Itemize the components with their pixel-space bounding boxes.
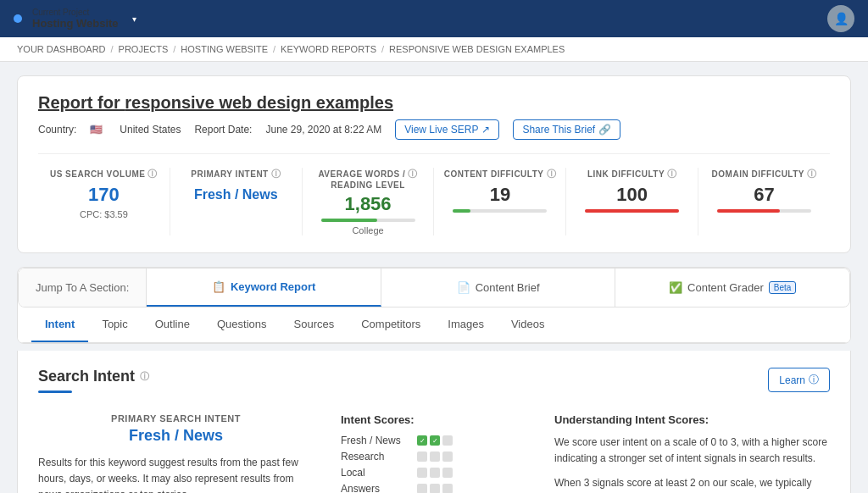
section-nav-bar: Jump To A Section: 📋 Keyword Report 📄 Co…: [18, 268, 850, 307]
intent-scores-heading: Intent Scores:: [341, 413, 527, 426]
search-volume-value: 170: [45, 184, 163, 206]
project-label: Current Project Hosting Website: [32, 8, 119, 30]
link-difficulty-value: 100: [573, 184, 691, 206]
score-box: ✓: [417, 435, 427, 446]
sub-tab-images[interactable]: Images: [434, 307, 498, 342]
info-icon-2: ⓘ: [271, 168, 281, 180]
top-navigation: Current Project Hosting Website ▾ 👤: [0, 0, 868, 37]
info-icon: ⓘ: [147, 168, 158, 180]
view-live-serp-button[interactable]: View Live SERP ↗: [395, 119, 499, 140]
understanding-text-2: When 3 signals score at least 2 on our s…: [554, 475, 830, 493]
sub-tab-videos[interactable]: Videos: [498, 307, 559, 342]
score-box: [442, 468, 453, 478]
score-box: [430, 468, 440, 478]
tab-keyword-report[interactable]: 📋 Keyword Report: [147, 269, 381, 307]
date-value: June 29, 2020 at 8:22 AM: [265, 124, 381, 136]
search-intent-section: Search Intent ⓘ Learn ⓘ PRIMARY SEARCH I…: [17, 351, 851, 493]
jump-to-label: Jump To A Section:: [19, 269, 147, 307]
project-dropdown-icon[interactable]: ▾: [132, 14, 136, 24]
score-box: [442, 451, 453, 462]
info-icon-5: ⓘ: [667, 168, 677, 180]
info-icon-4: ⓘ: [547, 168, 557, 180]
beta-badge: Beta: [769, 281, 797, 294]
content-difficulty-value: 19: [441, 184, 559, 206]
avg-words-value: 1,856: [309, 193, 427, 215]
breadcrumb-projects[interactable]: PROJECTS: [119, 44, 169, 54]
score-box: [442, 435, 453, 446]
report-meta: Country: 🇺🇸 United States Report Date: J…: [38, 119, 830, 140]
info-icon-3: ⓘ: [408, 168, 418, 180]
metric-primary-intent: PRIMARY INTENT ⓘ Fresh / News: [170, 168, 303, 235]
score-box: [430, 451, 440, 462]
avatar-icon: 👤: [834, 12, 849, 25]
score-box: [417, 451, 427, 462]
project-name-label: Hosting Website: [32, 17, 119, 30]
metric-us-search-volume: US SEARCH VOLUME ⓘ 170 CPC: $3.59: [38, 168, 170, 235]
report-keyword: responsive web design examples: [125, 93, 393, 112]
understanding-text-1: We score user intent on a scale of 0 to …: [554, 435, 830, 467]
link-icon: 🔗: [598, 124, 611, 136]
date-label: Report Date:: [194, 124, 252, 136]
understanding-heading: Understanding Intent Scores:: [554, 413, 830, 426]
primary-intent-column: PRIMARY SEARCH INTENT Fresh / News Resul…: [38, 413, 314, 493]
section-info-icon: ⓘ: [140, 370, 149, 383]
score-box: ✓: [430, 435, 440, 446]
country-flag: 🇺🇸: [90, 124, 103, 136]
sub-tabs: Intent Topic Outline Questions Sources C…: [18, 307, 850, 343]
sub-tab-topic[interactable]: Topic: [88, 307, 141, 342]
tab-content-brief[interactable]: 📄 Content Brief: [381, 269, 616, 307]
metric-link-difficulty: LINK DIFFICULTY ⓘ 100: [566, 168, 698, 235]
section-heading: Search Intent ⓘ: [38, 368, 149, 385]
score-box: [430, 484, 440, 493]
section-header: Search Intent ⓘ Learn ⓘ: [38, 368, 830, 410]
breadcrumb-current: RESPONSIVE WEB DESIGN EXAMPLES: [389, 44, 565, 54]
project-dot-icon: [14, 14, 22, 23]
learn-icon: ⓘ: [809, 373, 819, 387]
avatar[interactable]: 👤: [827, 5, 854, 32]
score-box: [442, 484, 453, 493]
tab-content-grader[interactable]: ✅ Content Grader Beta: [615, 269, 849, 307]
score-box: [417, 484, 427, 493]
country-name: United States: [120, 124, 181, 136]
score-fresh-news: Fresh / News ✓ ✓: [341, 435, 527, 446]
sub-tab-intent[interactable]: Intent: [31, 307, 88, 342]
external-link-icon: ↗: [481, 124, 490, 136]
understanding-column: Understanding Intent Scores: We score us…: [554, 413, 830, 493]
section-underline: [38, 391, 72, 393]
score-box: [417, 468, 427, 478]
project-sub-label: Current Project: [32, 8, 119, 17]
sub-tab-outline[interactable]: Outline: [142, 307, 203, 342]
sub-tab-sources[interactable]: Sources: [281, 307, 348, 342]
breadcrumb: YOUR DASHBOARD / PROJECTS / HOSTING WEBS…: [0, 37, 868, 62]
report-card: Report for responsive web design example…: [17, 75, 851, 253]
section-nav-tabs: 📋 Keyword Report 📄 Content Brief ✅ Conte…: [147, 269, 849, 307]
score-answers: Answers: [341, 483, 527, 493]
primary-intent-value: Fresh / News: [177, 187, 295, 202]
reading-level-value: College: [309, 225, 427, 235]
info-icon-6: ⓘ: [807, 168, 817, 180]
section-navigation: Jump To A Section: 📋 Keyword Report 📄 Co…: [17, 267, 851, 344]
report-title: Report for responsive web design example…: [38, 93, 830, 113]
breadcrumb-dashboard[interactable]: YOUR DASHBOARD: [17, 44, 106, 54]
score-research: Research: [341, 451, 527, 463]
sub-tab-competitors[interactable]: Competitors: [348, 307, 434, 342]
sub-tab-questions[interactable]: Questions: [203, 307, 281, 342]
cpc-value: CPC: $3.59: [45, 209, 163, 219]
metric-average-words: AVERAGE WORDS / ⓘ READING LEVEL 1,856 Co…: [303, 168, 435, 235]
breadcrumb-keyword-reports[interactable]: KEYWORD REPORTS: [281, 44, 376, 54]
share-brief-button[interactable]: Share This Brief 🔗: [513, 119, 620, 140]
intent-scores-column: Intent Scores: Fresh / News ✓ ✓ Research: [341, 413, 527, 493]
domain-difficulty-value: 67: [705, 184, 823, 206]
country-label: Country:: [38, 124, 76, 136]
metrics-row: US SEARCH VOLUME ⓘ 170 CPC: $3.59 PRIMAR…: [38, 153, 830, 235]
metric-content-difficulty: CONTENT DIFFICULTY ⓘ 19: [434, 168, 566, 235]
intent-desc-1: Results for this keyword suggest results…: [38, 455, 314, 493]
breadcrumb-hosting[interactable]: HOSTING WEBSITE: [181, 44, 268, 54]
learn-button[interactable]: Learn ⓘ: [768, 368, 830, 392]
score-local: Local: [341, 467, 527, 479]
primary-intent-label: PRIMARY SEARCH INTENT: [38, 413, 314, 424]
main-content: Report for responsive web design example…: [0, 62, 868, 493]
primary-intent-display: Fresh / News: [38, 427, 314, 445]
metric-domain-difficulty: DOMAIN DIFFICULTY ⓘ 67: [698, 168, 830, 235]
report-title-prefix: Report for: [38, 93, 125, 112]
